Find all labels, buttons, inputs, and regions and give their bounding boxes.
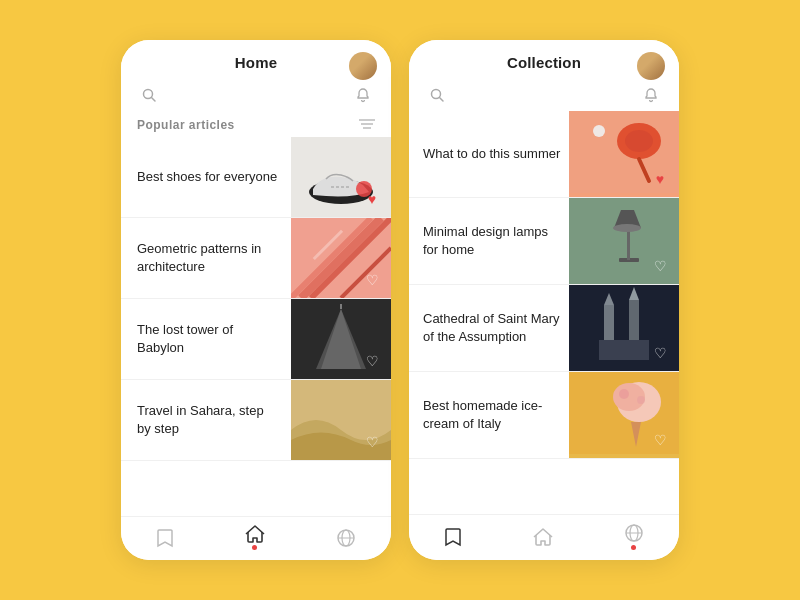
article-image: ♡ [291,218,391,298]
article-image: ♥ [291,137,391,217]
collection-articles-list: What to do this summer ♥ [409,111,679,514]
heart-button[interactable]: ♡ [361,350,383,372]
bell-icon[interactable] [639,83,663,107]
phones-container: Home Popular articles [121,40,679,560]
nav-globe[interactable] [336,528,356,548]
heart-button[interactable]: ♥ [361,188,383,210]
article-image: ♡ [291,299,391,379]
article-image: ♡ [569,372,679,458]
svg-rect-39 [599,340,649,360]
home-header: Home [121,40,391,77]
heart-button[interactable]: ♡ [649,255,671,277]
search-row [121,77,391,111]
bell-icon[interactable] [351,83,375,107]
nav-dot [252,545,257,550]
collection-header: Collection [409,40,679,77]
nav-bookmark[interactable] [444,527,462,547]
svg-rect-31 [627,228,630,260]
article-card[interactable]: The lost tower of Babylon ♡ [121,299,391,380]
svg-point-27 [625,130,653,152]
search-icon[interactable] [425,83,449,107]
heart-button[interactable]: ♡ [649,342,671,364]
svg-point-33 [613,224,641,232]
article-title: Travel in Sahara, step by step [137,402,281,437]
svg-point-45 [637,396,645,404]
article-card[interactable]: Best shoes for everyone ♥ [121,137,391,218]
article-card[interactable]: Best homemade ice-cream of Italy ♡ [409,372,679,459]
svg-line-1 [152,98,156,102]
popular-articles-label: Popular articles [137,118,235,132]
article-image: ♡ [569,285,679,371]
section-header: Popular articles [121,111,391,137]
nav-globe[interactable] [624,523,644,550]
article-card[interactable]: Geometric patterns in architecture ♡ [121,218,391,299]
nav-dot [631,545,636,550]
article-card[interactable]: What to do this summer ♥ [409,111,679,198]
article-image: ♡ [291,380,391,460]
home-title: Home [235,54,277,71]
svg-point-44 [619,389,629,399]
filter-icon[interactable] [359,117,375,133]
home-bottom-nav [121,516,391,560]
article-image: ♡ [569,198,679,284]
nav-bookmark[interactable] [156,528,174,548]
search-icon[interactable] [137,83,161,107]
heart-button[interactable]: ♡ [361,431,383,453]
nav-home[interactable] [245,525,265,550]
collection-phone: Collection What [409,40,679,560]
article-title: Geometric patterns in architecture [137,240,281,275]
search-row [409,77,679,111]
article-title: Best shoes for everyone [137,168,277,186]
article-title: Best homemade ice-cream of Italy [423,397,561,432]
article-card[interactable]: Cathedral of Saint Mary of the Assumptio… [409,285,679,372]
collection-bottom-nav [409,514,679,560]
collection-title: Collection [507,54,581,71]
heart-button[interactable]: ♥ [649,168,671,190]
nav-home[interactable] [533,528,553,546]
home-articles-list: Best shoes for everyone ♥ [121,137,391,516]
svg-line-23 [440,98,444,102]
article-card[interactable]: Travel in Sahara, step by step ♡ [121,380,391,461]
home-phone: Home Popular articles [121,40,391,560]
article-image: ♥ [569,111,679,197]
article-title: Cathedral of Saint Mary of the Assumptio… [423,310,561,345]
avatar[interactable] [349,52,377,80]
avatar[interactable] [637,52,665,80]
article-title: What to do this summer [423,145,560,163]
article-card[interactable]: Minimal design lamps for home ♡ [409,198,679,285]
svg-point-28 [593,125,605,137]
article-title: Minimal design lamps for home [423,223,561,258]
heart-button[interactable]: ♡ [361,269,383,291]
article-title: The lost tower of Babylon [137,321,281,356]
heart-button[interactable]: ♡ [649,429,671,451]
